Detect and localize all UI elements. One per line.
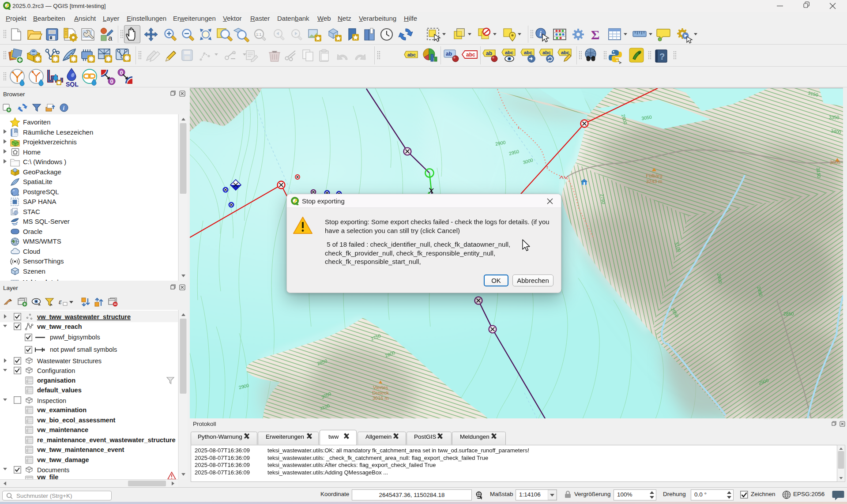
svg-text:3016 m: 3016 m [373, 395, 389, 401]
svg-text:Szenen: Szenen [23, 267, 45, 275]
svg-text:Documents: Documents [37, 466, 69, 474]
svg-text:vw_tww_wastewater_structure: vw_tww_wastewater_structure [37, 313, 131, 320]
svg-text:vw_bio_ecol_assessment: vw_bio_ecol_assessment [37, 417, 115, 424]
svg-text:Σ: Σ [591, 27, 600, 42]
svg-text:not pwwf small symbols: not pwwf small symbols [50, 346, 117, 353]
svg-text:SensorThings: SensorThings [23, 257, 64, 265]
svg-text:Allgemein: Allgemein [365, 433, 392, 440]
svg-text:Projektverzeichnis: Projektverzeichnis [23, 138, 77, 146]
svg-text:WMS/WMTS: WMS/WMTS [23, 237, 61, 245]
svg-text:3150: 3150 [816, 167, 822, 178]
svg-text:3243 m: 3243 m [646, 179, 663, 184]
svg-text:Vektordateien: Vektordateien [23, 278, 66, 281]
svg-text:i: i [63, 105, 65, 111]
svg-text:a: a [108, 34, 113, 42]
svg-text:ε: ε [59, 297, 62, 306]
svg-text:0: 0 [110, 78, 113, 85]
svg-text:?: ? [659, 52, 665, 61]
svg-text:SQL: SQL [66, 81, 79, 87]
svg-text:MS SQL-Server: MS SQL-Server [23, 218, 70, 225]
svg-text:vw_examination: vw_examination [37, 406, 87, 414]
svg-text:vw_file: vw_file [37, 474, 58, 479]
svg-text:SpatiaLite: SpatiaLite [23, 178, 53, 185]
svg-text:vw_tww_maintenance_event: vw_tww_maintenance_event [37, 446, 124, 453]
svg-text:SAP HANA: SAP HANA [23, 198, 56, 205]
svg-text:i: i [539, 30, 542, 38]
svg-text:Erweiterungen: Erweiterungen [266, 433, 304, 440]
svg-text:2850: 2850 [783, 311, 794, 316]
svg-text:Inspection: Inspection [37, 397, 66, 404]
svg-text:Oracle: Oracle [23, 228, 42, 235]
svg-text:pwwf_bigsymbols: pwwf_bigsymbols [50, 334, 100, 341]
svg-text:Favoriten: Favoriten [23, 118, 51, 126]
svg-text:ab: ab [446, 51, 452, 57]
svg-text:3350: 3350 [829, 115, 839, 120]
svg-text:STAC: STAC [23, 208, 40, 215]
svg-text:Configuration: Configuration [37, 367, 75, 374]
svg-text:re_maintenance_event_wastewate: re_maintenance_event_wastewater_structur… [37, 436, 176, 444]
svg-text:organisation: organisation [37, 377, 75, 384]
svg-text:3605: 3605 [830, 160, 840, 165]
svg-text:PostgreSQL: PostgreSQL [23, 188, 59, 196]
svg-text:GeoPackage: GeoPackage [23, 168, 61, 176]
svg-text:abc: abc [466, 52, 475, 58]
svg-text:tww: tww [328, 433, 339, 440]
svg-text:ab: ab [486, 50, 492, 56]
svg-text:vw_maintenance: vw_maintenance [37, 426, 88, 433]
svg-text:0: 0 [120, 69, 123, 76]
svg-text:Python-Warnung: Python-Warnung [198, 433, 242, 440]
svg-text:1:1: 1:1 [256, 32, 262, 37]
svg-text:vw_tww_damage: vw_tww_damage [37, 456, 89, 463]
svg-text:Meldungen: Meldungen [460, 433, 489, 440]
svg-text:Viertes: Viertes [373, 385, 388, 390]
svg-text:Dreieck: Dreieck [372, 390, 389, 395]
svg-text:Fülbärg: Fülbärg [646, 173, 662, 178]
svg-text:C:\ (Windows ): C:\ (Windows ) [23, 158, 66, 165]
svg-text:Räumliche Lesezeichen: Räumliche Lesezeichen [23, 128, 93, 136]
svg-text:vw_tww_reach: vw_tww_reach [37, 323, 82, 330]
svg-text:Home: Home [23, 148, 41, 156]
svg-text:default_values: default_values [37, 387, 82, 394]
svg-text:Cloud: Cloud [23, 248, 40, 255]
svg-text:Wastewater Structures: Wastewater Structures [37, 357, 102, 365]
svg-text:PostGIS: PostGIS [414, 433, 436, 440]
